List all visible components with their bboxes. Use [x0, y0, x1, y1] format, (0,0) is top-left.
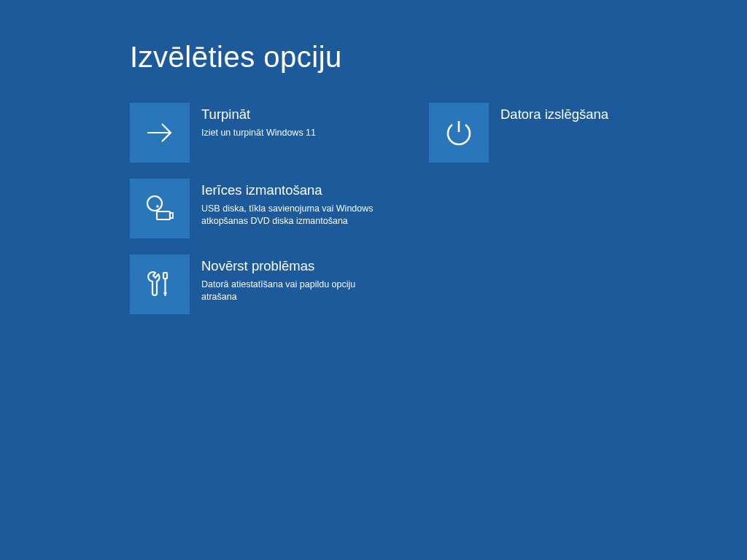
device-icon: [130, 179, 190, 238]
troubleshoot-option[interactable]: Novērst problēmas Datorā atiestatīšana v…: [130, 254, 422, 314]
use-device-title: Ierīces izmantošana: [201, 182, 380, 198]
page-title: Izvēlēties opciju: [130, 41, 747, 74]
troubleshoot-desc: Datorā atiestatīšana vai papildu opciju …: [201, 279, 380, 303]
svg-rect-5: [170, 213, 173, 218]
shutdown-option[interactable]: Datora izslēgšana: [429, 103, 721, 163]
svg-rect-4: [157, 211, 170, 219]
tools-icon: [130, 254, 190, 314]
shutdown-title: Datora izslēgšana: [500, 106, 608, 122]
svg-rect-6: [163, 273, 167, 279]
use-device-desc: USB diska, tīkla savienojuma vai Windows…: [201, 203, 380, 228]
power-icon: [429, 103, 489, 163]
use-device-option[interactable]: Ierīces izmantošana USB diska, tīkla sav…: [130, 179, 422, 238]
troubleshoot-title: Novērst problēmas: [201, 258, 380, 274]
svg-point-2: [147, 196, 162, 211]
options-grid: Turpināt Iziet un turpināt Windows 11 Da…: [130, 103, 747, 314]
arrow-right-icon: [130, 103, 190, 163]
continue-desc: Iziet un turpināt Windows 11: [201, 127, 316, 139]
continue-title: Turpināt: [201, 106, 316, 122]
svg-point-3: [156, 205, 159, 208]
continue-option[interactable]: Turpināt Iziet un turpināt Windows 11: [130, 103, 422, 163]
